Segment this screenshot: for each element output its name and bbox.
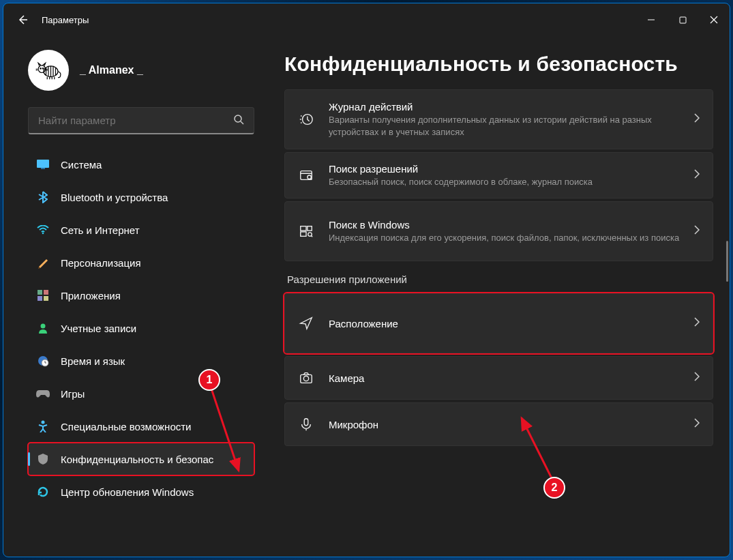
maximize-button[interactable] <box>667 9 698 31</box>
close-button[interactable] <box>698 9 730 31</box>
nav-personalization[interactable]: Персонализация <box>28 246 254 279</box>
svg-rect-11 <box>38 296 42 301</box>
close-icon <box>710 16 718 24</box>
setting-searching-windows[interactable]: Поиск в Windows Индексация поиска для ег… <box>284 201 713 261</box>
setting-title: Микрофон <box>329 419 680 430</box>
nav-label: Время и язык <box>61 355 246 367</box>
window-controls <box>635 9 730 31</box>
minimize-icon <box>647 16 655 24</box>
arrow-left-icon <box>17 14 28 25</box>
nav-accounts[interactable]: Учетные записи <box>28 312 254 344</box>
username: _ Almanex _ <box>80 64 143 76</box>
chevron-right-icon <box>693 317 700 329</box>
nav-label: Сеть и Интернет <box>61 224 246 236</box>
accessibility-icon <box>36 419 50 433</box>
svg-rect-20 <box>301 226 306 231</box>
maximize-icon <box>679 16 687 24</box>
microphone-icon <box>297 417 315 432</box>
settings-group-windows-permissions: Журнал действий Варианты получения допол… <box>284 89 713 261</box>
page-title: Конфиденциальность и безопасность <box>284 53 713 76</box>
settings-group-app-permissions: Расположение Камера <box>284 293 713 446</box>
svg-rect-12 <box>44 296 48 301</box>
setting-text: Расположение <box>329 318 680 329</box>
window-title: Параметры <box>42 15 89 25</box>
section-app-permissions: Разрешения приложений <box>287 274 713 285</box>
globe-clock-icon <box>36 354 50 368</box>
nav-windows-update[interactable]: Центр обновления Windows <box>28 475 254 508</box>
nav-time-language[interactable]: Время и язык <box>28 344 254 377</box>
setting-title: Поиск в Windows <box>329 219 680 231</box>
svg-point-13 <box>41 324 46 329</box>
nav-label: Игры <box>61 388 246 400</box>
setting-subtitle: Варианты получения дополнительных данных… <box>329 114 680 138</box>
setting-text: Микрофон <box>329 419 680 430</box>
search-box[interactable] <box>28 107 254 134</box>
setting-text: Поиск в Windows Индексация поиска для ег… <box>329 219 680 244</box>
svg-point-3 <box>40 68 41 69</box>
svg-rect-0 <box>680 17 686 23</box>
minimize-button[interactable] <box>635 9 667 31</box>
search-permissions-icon <box>297 168 315 183</box>
search-input[interactable] <box>38 115 233 126</box>
gamepad-icon <box>36 387 50 400</box>
content-area: _ Almanex _ Система Bluetooth и устройст… <box>3 36 730 557</box>
paintbrush-icon <box>36 256 50 269</box>
back-button[interactable] <box>9 6 36 33</box>
chevron-right-icon <box>693 169 700 181</box>
nav-label: Система <box>61 159 246 171</box>
nav-label: Персонализация <box>61 257 246 269</box>
chevron-right-icon <box>693 113 700 126</box>
chevron-right-icon <box>693 418 700 430</box>
annotation-badge-2: 2 <box>543 477 565 499</box>
activity-history-icon <box>297 112 315 127</box>
main-panel: Конфиденциальность и безопасность Журнал… <box>263 36 730 557</box>
nav-bluetooth[interactable]: Bluetooth и устройства <box>28 181 254 213</box>
scrollbar-thumb[interactable] <box>726 241 728 282</box>
display-icon <box>36 158 50 171</box>
setting-subtitle: Безопасный поиск, поиск содержимого в об… <box>329 176 680 188</box>
nav-label: Специальные возможности <box>61 421 246 432</box>
nav-accessibility[interactable]: Специальные возможности <box>28 410 254 443</box>
nav-label: Центр обновления Windows <box>61 486 246 498</box>
setting-subtitle: Индексация поиска для его ускорения, пои… <box>329 232 680 244</box>
svg-point-16 <box>42 421 45 424</box>
wifi-icon <box>36 223 50 237</box>
setting-search-permissions[interactable]: Поиск разрешений Безопасный поиск, поиск… <box>284 152 713 198</box>
nav-gaming[interactable]: Игры <box>28 377 254 410</box>
svg-rect-9 <box>38 290 42 295</box>
svg-rect-7 <box>41 168 45 169</box>
settings-window: Параметры <box>3 3 730 557</box>
svg-rect-10 <box>44 290 48 295</box>
svg-point-5 <box>235 115 241 122</box>
nav-network[interactable]: Сеть и Интернет <box>28 213 254 246</box>
nav-system[interactable]: Система <box>28 148 254 181</box>
shield-icon <box>36 452 50 466</box>
svg-rect-6 <box>37 160 49 168</box>
nav-apps[interactable]: Приложения <box>28 279 254 312</box>
titlebar: Параметры <box>3 3 730 36</box>
avatar-cat-icon <box>34 56 63 85</box>
search-icon <box>233 114 244 128</box>
setting-title: Журнал действий <box>329 101 680 113</box>
chevron-right-icon <box>693 225 700 237</box>
nav-list: Система Bluetooth и устройства Сеть и Ин… <box>28 148 254 508</box>
location-icon <box>297 316 315 331</box>
chevron-right-icon <box>693 372 700 384</box>
setting-text: Журнал действий Варианты получения допол… <box>329 101 680 138</box>
setting-activity-history[interactable]: Журнал действий Варианты получения допол… <box>284 89 713 149</box>
nav-label: Учетные записи <box>61 323 246 334</box>
setting-title: Поиск разрешений <box>329 163 680 175</box>
profile-block[interactable]: _ Almanex _ <box>28 50 254 91</box>
annotation-badge-1: 1 <box>198 369 220 391</box>
apps-icon <box>36 289 50 302</box>
setting-text: Камера <box>329 372 680 384</box>
avatar <box>28 50 69 91</box>
setting-text: Поиск разрешений Безопасный поиск, поиск… <box>329 163 680 188</box>
setting-microphone[interactable]: Микрофон <box>284 402 713 446</box>
nav-privacy-security[interactable]: Конфиденциальность и безопас <box>28 443 254 475</box>
setting-location[interactable]: Расположение <box>284 293 713 353</box>
svg-rect-21 <box>301 232 306 236</box>
nav-label: Приложения <box>61 290 246 301</box>
setting-camera[interactable]: Камера <box>284 356 713 400</box>
svg-rect-26 <box>304 419 308 426</box>
